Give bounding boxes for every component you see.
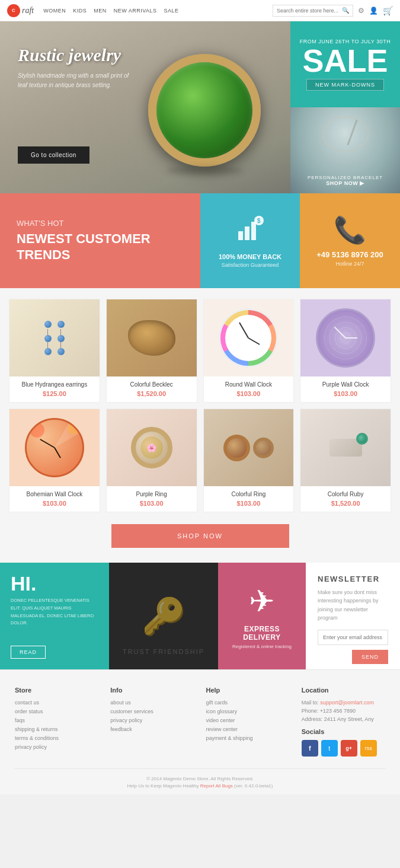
footer-phone: Phone: +123 456 7890	[302, 708, 385, 714]
footer-columns: Store contact us order status faqs shipp…	[15, 687, 385, 757]
newsletter-text: Make sure you dont miss interesting happ…	[318, 588, 388, 623]
socials-row: f t g+ rss	[302, 740, 385, 757]
bracelet-label: PERSONALIZED BRACELET	[308, 175, 383, 180]
product-name: Round Wall Clock	[209, 381, 289, 388]
footer-info-title: Info	[110, 687, 194, 694]
product-name: Purple Ring	[111, 491, 192, 497]
search-box[interactable]: 🔍	[273, 5, 353, 17]
newsletter-send-button[interactable]: SEND	[352, 650, 388, 664]
rss-button[interactable]: rss	[360, 740, 377, 757]
product-card[interactable]: Colorful Becklec $1,520.00	[106, 299, 197, 403]
whats-hot-title: NEWEST CUSTOMER TRENDS	[17, 231, 184, 263]
product-image	[9, 409, 100, 486]
search-input[interactable]	[277, 8, 342, 14]
newsletter-panel: NEWSLETTER Make sure you dont miss inter…	[306, 563, 400, 669]
facebook-button[interactable]: f	[302, 740, 318, 757]
footer-link[interactable]: privacy policy	[110, 717, 194, 723]
footer-report: Help Us to Keep Magento Healthy Report A…	[15, 783, 385, 789]
product-info: Round Wall Clock $103.00	[204, 376, 294, 402]
product-info: Purple Ring $103.00	[107, 486, 197, 512]
product-card[interactable]: Blue Hydrangea earrings $125.00	[9, 299, 100, 403]
product-price: $103.00	[111, 500, 192, 507]
nav-new-arrivals[interactable]: NEW ARRIVALS	[114, 8, 157, 14]
search-icon[interactable]: 🔍	[342, 7, 349, 14]
product-image	[300, 299, 391, 376]
product-price: $125.00	[14, 390, 95, 397]
phone-number: +49 5136 8976 200	[316, 250, 383, 259]
header: C raft WOMEN KIDS MEN NEW ARRIVALS SALE …	[0, 0, 400, 21]
footer-link[interactable]: customer services	[110, 709, 194, 714]
hero-main: Rustic jewelry Stylish handmade ring wit…	[0, 21, 290, 193]
product-info: Blue Hydrangea earrings $125.00	[9, 376, 100, 402]
go-to-collection-button[interactable]: Go to collection	[18, 146, 89, 164]
footer-link[interactable]: terms & conditions	[15, 735, 98, 741]
footer-link[interactable]: contact us	[15, 700, 98, 706]
hero-title: Rustic jewelry	[18, 45, 136, 65]
footer-store-col: Store contact us order status faqs shipp…	[15, 687, 98, 757]
cart-icon[interactable]: 🛒	[383, 6, 393, 15]
product-price: $103.00	[209, 500, 289, 507]
twitter-button[interactable]: t	[321, 740, 338, 757]
footer-link[interactable]: shipping & returns	[15, 726, 98, 732]
product-card[interactable]: Colorful Ruby $1,520.00	[300, 409, 391, 512]
nav-women[interactable]: WOMEN	[43, 8, 66, 14]
footer-link[interactable]: video center	[206, 717, 290, 723]
footer-link[interactable]: review center	[206, 726, 290, 732]
delivery-sub: Registered & online tracking	[229, 644, 295, 649]
hero-content: Rustic jewelry Stylish handmade ring wit…	[18, 45, 136, 90]
product-name: Blue Hydrangea earrings	[14, 381, 95, 388]
product-name: Colorful Ring	[209, 491, 289, 497]
nav-kids[interactable]: KIDS	[73, 8, 87, 14]
footer-link[interactable]: privacy policy	[15, 744, 98, 750]
logo[interactable]: C raft	[7, 4, 34, 17]
footer-link[interactable]: icon glossary	[206, 709, 290, 714]
product-image: 🌸	[107, 409, 197, 486]
nav-men[interactable]: MEN	[94, 8, 107, 14]
phone-sub: Hotline 24/7	[335, 261, 364, 267]
hero-ring-image	[148, 54, 261, 167]
shop-now-button[interactable]: SHOP NOW	[111, 524, 289, 548]
footer-mail-link[interactable]: support@joomlart.com	[320, 700, 374, 706]
footer-link[interactable]: order status	[15, 709, 98, 714]
product-card[interactable]: 🌸 Purple Ring $103.00	[106, 409, 197, 512]
product-image	[300, 409, 391, 486]
sale-banner: FROM JUNE 26TH TO JULY 30TH SALE NEW MAR…	[290, 21, 400, 107]
sale-badge: NEW MARK-DOWNS	[306, 79, 384, 91]
footer-link[interactable]: gift cards	[206, 700, 290, 706]
products-grid: Blue Hydrangea earrings $125.00 Colorful…	[9, 299, 391, 512]
product-price: $1,520.00	[305, 500, 386, 507]
footer-link[interactable]: payment & shipping	[206, 735, 290, 741]
product-name: Bohemian Wall Clock	[14, 491, 95, 497]
product-card[interactable]: Round Wall Clock $103.00	[203, 299, 295, 403]
product-image	[107, 299, 197, 376]
googleplus-button[interactable]: g+	[341, 740, 357, 757]
product-card[interactable]: Bohemian Wall Clock $103.00	[9, 409, 100, 512]
product-name: Colorful Becklec	[111, 381, 192, 388]
product-card[interactable]: Colorful Ring $103.00	[203, 409, 295, 512]
delivery-banner: ✈ EXPRESS DELIVERY Registered & online t…	[218, 563, 306, 669]
product-name: Purple Wall Clock	[305, 381, 386, 388]
hero-subtitle: Stylish handmade ring with a small print…	[18, 71, 136, 90]
product-price: $103.00	[14, 500, 95, 507]
svg-rect-0	[238, 231, 243, 240]
hi-read-button[interactable]: READ	[11, 646, 46, 659]
whats-hot-label: WHAT'S HOT	[17, 219, 184, 228]
footer-help-col: Help gift cards icon glossary video cent…	[206, 687, 290, 757]
product-price: $1,520.00	[111, 390, 192, 397]
footer-link[interactable]: feedback	[110, 726, 194, 732]
footer-link[interactable]: faqs	[15, 717, 98, 723]
money-sub: Satisfaction Guaranteed	[222, 262, 279, 268]
main-nav: WOMEN KIDS MEN NEW ARRIVALS SALE	[43, 8, 273, 14]
newsletter-email-input[interactable]	[318, 630, 388, 645]
account-icon[interactable]: 👤	[369, 7, 378, 15]
nav-sale[interactable]: SALE	[164, 8, 179, 14]
product-info: Colorful Becklec $1,520.00	[107, 376, 197, 402]
product-card[interactable]: Purple Wall Clock $103.00	[300, 299, 391, 403]
footer-report-link[interactable]: Report All Bugs	[200, 783, 233, 789]
settings-icon[interactable]: ⚙	[358, 7, 364, 15]
footer-link[interactable]: about us	[110, 700, 194, 706]
logo-icon: C	[7, 4, 20, 17]
money-title: 100% MONEY BACK	[219, 253, 281, 260]
newsletter-title: NEWSLETTER	[318, 575, 388, 583]
bracelet-shop-now[interactable]: SHOP NOW ▶	[326, 180, 364, 186]
